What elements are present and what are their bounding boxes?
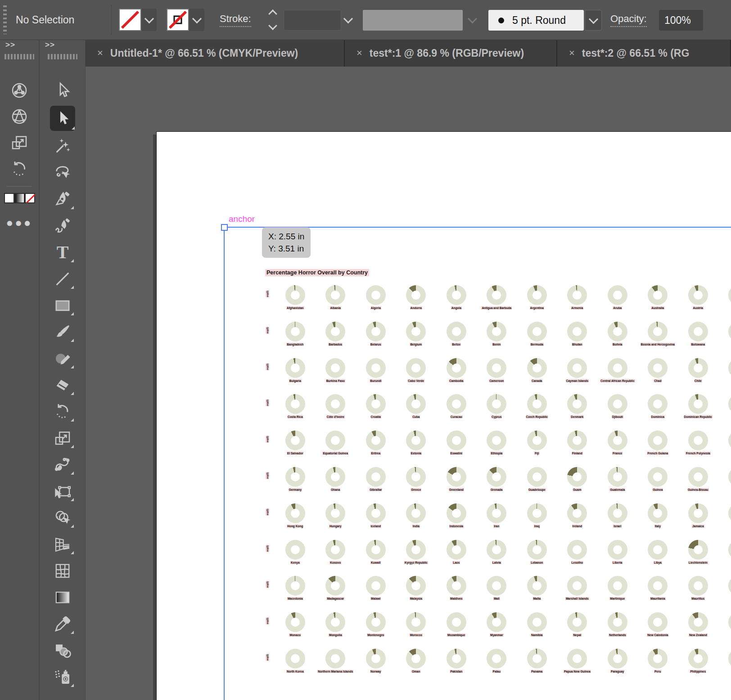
chart-cell[interactable]: Morocco [396,606,437,642]
chart-cell[interactable]: Palau [477,642,517,679]
donut-chart[interactable] [325,467,345,487]
country-label[interactable]: Fiji [534,452,539,455]
donut-chart[interactable] [447,649,466,669]
chart-cell[interactable]: Gibraltar [356,461,396,497]
chart-cell[interactable]: Israel [597,497,638,534]
country-label[interactable]: Peru [654,670,661,673]
donut-chart[interactable] [608,394,627,414]
country-label[interactable]: Argentina [530,306,544,310]
country-label[interactable]: Jamaica [692,525,704,528]
country-label[interactable]: Central African Republic [600,379,635,382]
country-label[interactable]: Northern Mariana Islands [317,670,353,673]
donut-chart[interactable] [487,503,506,523]
donut-chart[interactable] [688,394,708,414]
donut-chart[interactable] [688,358,708,378]
row-axis-label[interactable]: avg(0) [266,509,269,516]
expand-panel-button[interactable]: >> [5,40,15,49]
donut-chart[interactable] [567,431,587,450]
chart-cell[interactable]: Montenegro [356,606,396,642]
none-swatch[interactable] [25,193,35,203]
fill-dropdown-button[interactable] [141,9,157,31]
country-label[interactable]: Guadeloupe [528,488,546,491]
chart-cell[interactable]: Burkina Faso [316,352,356,388]
chart-cell[interactable]: Marshall Islands [557,570,598,606]
chart-cell[interactable]: Cameroon [477,352,517,388]
chart-cell[interactable]: Guam [557,461,598,497]
country-label[interactable]: Liberia [612,561,623,564]
chart-cell[interactable]: Djibouti [597,388,638,424]
donut-chart[interactable] [527,285,547,305]
proxy-sphere-icon[interactable] [8,79,31,102]
brush-definition-select[interactable]: 5 pt. Round [488,10,584,31]
country-label[interactable]: France [612,452,623,455]
country-label[interactable]: Benin [492,343,501,346]
donut-chart[interactable] [366,431,386,450]
donut-chart[interactable] [608,649,627,669]
blend-tool[interactable] [51,639,74,662]
chart-cell[interactable]: Maldives [436,570,477,606]
donut-chart[interactable] [487,540,506,560]
chart-cell[interactable]: Bolivia [597,315,638,352]
country-label[interactable]: Algeria [370,306,381,310]
donut-chart[interactable] [487,358,506,378]
chart-cell[interactable]: El Salvador [275,424,316,461]
country-label[interactable]: Germany [289,488,302,491]
chart-cell[interactable]: Martinique [597,570,638,606]
stroke-weight-stepper[interactable] [265,8,280,31]
country-label[interactable]: Netherlands [609,633,627,637]
country-label[interactable]: Hungary [329,525,342,528]
donut-chart[interactable] [366,322,386,341]
chart-cell[interactable]: Mauritania [638,570,678,606]
donut-chart[interactable] [366,285,386,305]
chart-cell[interactable]: Mongolia [316,606,356,642]
chart-cell[interactable]: Libya [638,534,678,570]
country-label[interactable]: Lesotho [571,561,583,564]
country-label[interactable]: New Caledonia [647,633,668,637]
chart-cell[interactable]: Iran [477,497,517,534]
chart-cell[interactable]: Norway [356,642,396,679]
country-label[interactable]: Angola [451,306,462,310]
country-label[interactable]: Canada [531,379,542,382]
donut-chart[interactable] [285,612,305,632]
country-label[interactable]: Myanmar [490,633,504,637]
chart-cell[interactable]: Austria [678,279,718,315]
chart-cell[interactable]: Myanmar [477,606,517,642]
chart-cell[interactable]: Northern Mariana Islands [316,642,356,679]
donut-chart[interactable] [728,576,731,596]
chart-cell[interactable]: French Guiana [638,424,678,461]
donut-chart[interactable] [325,576,345,596]
donut-chart[interactable] [366,503,386,523]
country-label[interactable]: Martinique [609,597,625,600]
donut-chart[interactable] [325,431,345,450]
country-label[interactable]: Lebanon [530,561,543,564]
donut-chart[interactable] [567,285,587,305]
donut-chart[interactable] [285,358,305,378]
chart-cell[interactable]: Denmark [557,388,598,424]
country-label[interactable]: El Salvador [287,452,303,455]
chart-cell[interactable]: Dominican Republic [678,388,718,424]
chart-cell[interactable]: Finland [557,424,598,461]
country-label[interactable]: Mauritania [650,597,666,600]
donut-chart[interactable] [406,467,426,487]
document-tab-3[interactable]: × test*:2 @ 66.51 % (RG [557,40,731,67]
country-label[interactable]: Denmark [570,415,584,418]
country-label[interactable]: Curacao [450,415,463,418]
country-label[interactable]: Botswana [690,343,705,346]
country-label[interactable]: Ghana [330,488,340,491]
country-label[interactable]: Finland [572,452,583,455]
panel-grip[interactable] [48,54,77,59]
shape-builder-tool[interactable] [51,507,74,529]
chart-cell[interactable]: Equatorial Guinea [316,424,356,461]
donut-chart[interactable] [366,649,386,669]
chart-cell[interactable]: Bangladesh [275,315,316,352]
anchor-point[interactable] [221,224,228,231]
chart-cell[interactable] [718,388,731,424]
row-axis-label[interactable]: avg(0) [266,436,269,443]
donut-chart[interactable] [527,358,547,378]
chart-cell[interactable]: Mali [477,570,517,606]
donut-chart[interactable] [285,285,305,305]
stroke-none-swatch[interactable] [167,9,189,31]
chart-cell[interactable]: Chad [638,352,678,388]
chart-cell[interactable] [718,315,731,352]
chart-cell[interactable]: Belarus [356,315,396,352]
